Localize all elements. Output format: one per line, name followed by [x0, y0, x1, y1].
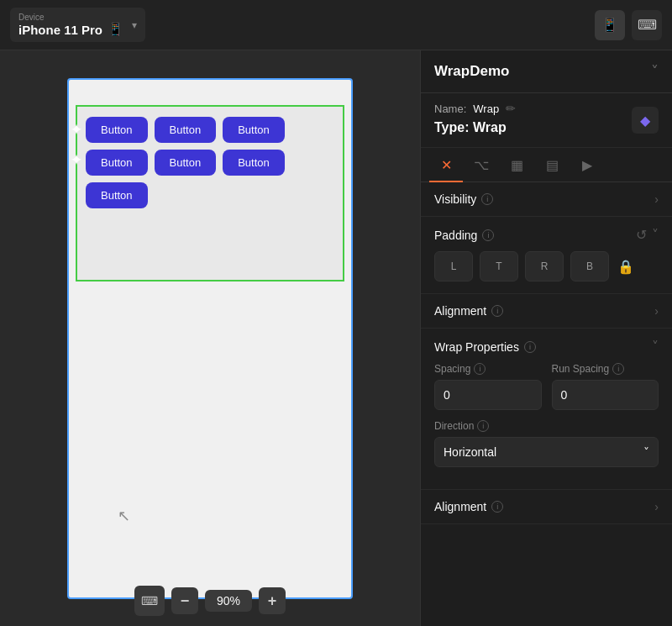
run-spacing-col: Run Spacing i: [552, 363, 659, 410]
phone-frame: ✦ ✦ Button Button Button Button Button B…: [67, 78, 353, 599]
padding-lock-icon[interactable]: 🔒: [617, 259, 634, 275]
tab-play[interactable]: ▶: [570, 149, 604, 182]
spacing-info-icon: i: [474, 363, 486, 375]
alignment-header[interactable]: Alignment i ›: [421, 294, 672, 328]
type-value: Wrap: [473, 120, 507, 134]
visibility-section: Visibility i ›: [421, 182, 672, 217]
panel-title: WrapDemo: [434, 63, 509, 80]
spacing-row: Spacing i Run Spacing i: [434, 363, 659, 410]
bottom-alignment-header[interactable]: Alignment i ›: [421, 490, 672, 523]
type-row: Type: Wrap: [434, 120, 659, 135]
bottom-alignment-section: Alignment i ›: [421, 490, 672, 524]
wrap-props-label-group: Wrap Properties i: [434, 340, 536, 354]
panel-meta: Name: Wrap ✏ Type: Wrap ◆: [421, 93, 672, 148]
main-layout: ✦ ✦ Button Button Button Button Button B…: [0, 50, 672, 626]
phone-frame-icon: 📱: [601, 17, 618, 33]
tab-properties[interactable]: ✕: [429, 149, 463, 182]
top-bar-icons: 📱 ⌨: [595, 10, 662, 40]
button-item-4[interactable]: Button: [86, 150, 148, 176]
button-item-1[interactable]: Button: [86, 117, 148, 143]
padding-top-input[interactable]: T: [480, 251, 518, 281]
wrap-props-header: Wrap Properties i ˅: [434, 329, 659, 363]
direction-dropdown[interactable]: Horizontal ˅: [434, 437, 659, 467]
properties-icon: ✕: [441, 157, 452, 173]
visibility-header[interactable]: Visibility i ›: [421, 182, 672, 216]
run-spacing-input[interactable]: [552, 380, 659, 410]
phone-view-button[interactable]: 📱: [595, 10, 625, 40]
alignment-label-group: Alignment i: [434, 304, 503, 318]
padding-header: Padding i ↺ ˅: [434, 217, 659, 251]
padding-expand-icon[interactable]: ˅: [652, 227, 659, 243]
sparkle-icon-2: ✦: [71, 152, 81, 168]
sparkle-icon-1: ✦: [71, 122, 81, 138]
alignment-label: Alignment: [434, 304, 486, 318]
direction-row: Direction i Horizontal ˅: [434, 420, 659, 467]
run-spacing-label-text: Run Spacing: [552, 363, 610, 375]
visibility-arrow-icon: ›: [654, 192, 659, 206]
zoom-out-button[interactable]: −: [171, 587, 198, 614]
padding-section: Padding i ↺ ˅ L T R B 🔒: [421, 217, 672, 294]
zoom-minus-icon: −: [181, 592, 190, 610]
zoom-in-button[interactable]: +: [259, 587, 286, 614]
wrap-properties-label: Wrap Properties: [434, 340, 519, 354]
direction-chevron-icon: ˅: [643, 445, 649, 459]
button-item-2[interactable]: Button: [155, 117, 217, 143]
name-label: Name:: [434, 103, 466, 115]
padding-bottom-input[interactable]: B: [570, 251, 609, 281]
canvas-area[interactable]: ✦ ✦ Button Button Button Button Button B…: [0, 50, 420, 626]
wrap-properties-chevron-icon[interactable]: ˅: [652, 339, 659, 355]
button-item-5[interactable]: Button: [155, 150, 217, 176]
tab-tree[interactable]: ⌥: [465, 149, 498, 182]
zoom-plus-icon: +: [268, 592, 277, 610]
visibility-label: Visibility: [434, 192, 476, 206]
spacing-label-group: Spacing i: [434, 363, 542, 375]
bottom-alignment-info-icon: i: [491, 501, 503, 513]
padding-controls: ↺ ˅: [636, 227, 659, 243]
device-name-text: iPhone 11 Pro: [18, 23, 102, 37]
device-selector[interactable]: Device iPhone 11 Pro 📱 ▾: [10, 8, 145, 42]
padding-info-icon: i: [482, 229, 494, 241]
phone-icon: 📱: [108, 22, 123, 37]
canvas-keyboard-icon: ⌨: [141, 594, 158, 608]
tab-grid[interactable]: ▦: [500, 149, 533, 182]
spacing-input[interactable]: [434, 380, 542, 410]
padding-reset-icon[interactable]: ↺: [636, 227, 647, 243]
padding-left-input[interactable]: L: [434, 251, 473, 281]
bottom-alignment-label-group: Alignment i: [434, 500, 503, 513]
cursor-indicator: ↖: [118, 507, 130, 525]
layout-icon: ▤: [546, 157, 559, 173]
spacing-label-text: Spacing: [434, 363, 470, 375]
wrap-properties-content: Wrap Properties i ˅ Spacing i: [421, 329, 672, 489]
wrap-properties-info-icon: i: [524, 341, 536, 353]
padding-label-group: Padding i: [434, 229, 494, 242]
diamond-icon[interactable]: ◆: [632, 107, 659, 134]
device-chevron-icon: ▾: [132, 19, 137, 31]
tree-icon: ⌥: [474, 157, 489, 173]
panel-chevron-icon[interactable]: ˅: [651, 62, 659, 81]
edit-icon[interactable]: ✏: [506, 102, 516, 115]
bottom-alignment-label: Alignment: [434, 500, 486, 513]
run-spacing-label-group: Run Spacing i: [552, 363, 659, 375]
padding-label: Padding: [434, 229, 477, 242]
canvas-keyboard-button[interactable]: ⌨: [134, 586, 165, 616]
wrap-properties-section: Wrap Properties i ˅ Spacing i: [421, 329, 672, 490]
top-bar: Device iPhone 11 Pro 📱 ▾ 📱 ⌨: [0, 0, 672, 50]
alignment-info-icon: i: [491, 305, 503, 317]
play-icon: ▶: [582, 157, 592, 173]
keyboard-toggle-button[interactable]: ⌨: [632, 10, 662, 40]
padding-right-input[interactable]: R: [525, 251, 564, 281]
bottom-alignment-arrow-icon: ›: [654, 500, 659, 513]
run-spacing-info-icon: i: [612, 363, 624, 375]
visibility-info-icon: i: [481, 193, 493, 205]
direction-label-text: Direction: [434, 420, 474, 432]
wrap-container: ✦ ✦ Button Button Button Button Button B…: [76, 105, 344, 281]
right-panel: WrapDemo ˅ Name: Wrap ✏ Type: Wrap ◆ ✕ ⌥: [420, 50, 672, 626]
tab-layout[interactable]: ▤: [535, 149, 569, 182]
direction-value: Horizontal: [444, 445, 496, 459]
button-item-7[interactable]: Button: [86, 182, 148, 208]
button-item-3[interactable]: Button: [223, 117, 285, 143]
grid-icon: ▦: [511, 157, 523, 173]
button-item-6[interactable]: Button: [223, 150, 285, 176]
spacing-col: Spacing i: [434, 363, 542, 410]
panel-header: WrapDemo ˅: [421, 50, 672, 93]
